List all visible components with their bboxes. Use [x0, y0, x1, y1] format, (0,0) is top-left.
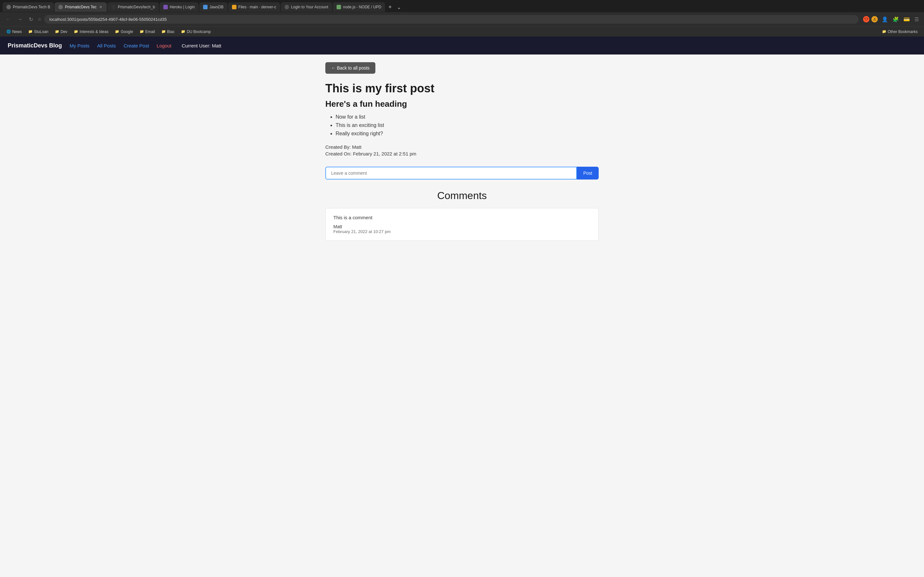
address-bar: ← → ↻ ☆ 🛡 ⚠ 👤 🧩 💳 ☰: [0, 12, 924, 26]
security-icons: 🛡 ⚠: [863, 16, 878, 23]
created-by: Created By: Matt: [325, 144, 599, 150]
profile-icon[interactable]: 👤: [880, 15, 889, 24]
back-nav-button[interactable]: ←: [4, 15, 13, 23]
news-globe-icon: 🌐: [6, 29, 11, 34]
tab-label-1: PrismaticDevs Tech B: [13, 5, 50, 9]
tab-label-files: Files · main · denver-c: [238, 5, 276, 9]
list-item-1: Now for a list: [336, 114, 599, 120]
post-title: This is my first post: [325, 81, 599, 95]
tab-favicon-node: [336, 5, 341, 9]
list-item-3: Really exciting right?: [336, 131, 599, 137]
toolbar-right: 👤 🧩 💳 ☰: [880, 15, 920, 24]
post-meta: Created By: Matt Created On: February 21…: [325, 144, 599, 156]
tab-prismaticdevs-1[interactable]: PrismaticDevs Tech B: [3, 2, 54, 12]
bookmark-biac-label: Biac: [167, 29, 174, 34]
tab-favicon-2: [58, 5, 63, 9]
du-folder-icon: 📁: [181, 29, 186, 34]
tab-favicon-1: [6, 5, 11, 9]
tab-github[interactable]: PrismaticDevs/tech_b: [107, 2, 159, 12]
reload-button[interactable]: ↻: [27, 15, 35, 24]
comment-input[interactable]: [325, 167, 577, 179]
bookmark-du-label: DU Bootcamp: [187, 29, 211, 34]
tab-heroku[interactable]: Heroku | Login: [160, 2, 199, 12]
new-tab-button[interactable]: +: [386, 4, 394, 11]
forward-nav-button[interactable]: →: [15, 15, 24, 23]
app: PrismaticDevs Blog My Posts All Posts Cr…: [0, 37, 924, 577]
bookmark-email[interactable]: 📁 Email: [137, 29, 158, 35]
google-folder-icon: 📁: [115, 29, 120, 34]
bookmark-dev[interactable]: 📁 Dev: [52, 29, 70, 35]
bookmarks-bar: 🌐 News 📁 StuLoan 📁 Dev 📁 Interests & Ide…: [0, 26, 924, 37]
tab-overflow-button[interactable]: ⌄: [395, 4, 403, 10]
nav-all-posts[interactable]: All Posts: [97, 42, 116, 50]
email-folder-icon: 📁: [140, 29, 144, 34]
post-heading: Here's a fun heading: [325, 99, 599, 109]
browser-chrome: PrismaticDevs Tech B PrismaticDevs Tec ✕…: [0, 0, 924, 37]
bookmark-other[interactable]: 📁 Other Bookmarks: [879, 29, 920, 35]
tab-favicon-jaws: [203, 5, 208, 9]
tab-node[interactable]: node.js - NODE / UPD: [333, 2, 385, 12]
stuloan-folder-icon: 📁: [28, 29, 33, 34]
app-logo[interactable]: PrismaticDevs Blog: [8, 42, 62, 49]
page-content: ← Back to all posts This is my first pos…: [318, 55, 606, 252]
other-folder-icon: 📁: [882, 29, 887, 34]
comment-author-1: Matt: [333, 224, 591, 229]
post-list: Now for a list This is an exciting list …: [336, 114, 599, 137]
comment-date-1: February 21, 2022 at 10:27 pm: [333, 229, 591, 234]
comment-form: Post: [325, 167, 599, 179]
tab-label-heroku: Heroku | Login: [170, 5, 195, 9]
back-to-all-posts-button[interactable]: ← Back to all posts: [325, 62, 375, 74]
bookmark-interests[interactable]: 📁 Interests & Ideas: [71, 29, 111, 35]
tab-favicon-github: [111, 5, 116, 9]
tab-close-2[interactable]: ✕: [99, 5, 103, 9]
menu-icon[interactable]: ☰: [913, 15, 920, 24]
tab-label-2: PrismaticDevs Tec: [65, 5, 96, 9]
bookmark-stuloan-label: StuLoan: [34, 29, 48, 34]
comments-title: Comments: [325, 190, 599, 201]
bookmark-email-label: Email: [145, 29, 155, 34]
tab-files[interactable]: Files · main · denver-c: [228, 2, 280, 12]
nav-my-posts[interactable]: My Posts: [69, 42, 89, 50]
tab-prismaticdevs-2[interactable]: PrismaticDevs Tec ✕: [55, 2, 107, 12]
bookmark-dev-label: Dev: [61, 29, 67, 34]
alert-icon: ⚠: [871, 16, 878, 23]
brave-shield-icon: 🛡: [863, 16, 869, 23]
interests-folder-icon: 📁: [74, 29, 78, 34]
bookmark-google-label: Google: [121, 29, 133, 34]
tab-jaws[interactable]: JawsDB: [199, 2, 228, 12]
dev-folder-icon: 📁: [55, 29, 59, 34]
created-on: Created On: February 21, 2022 at 2:51 pm: [325, 151, 599, 156]
bookmark-star-button[interactable]: ☆: [37, 17, 42, 22]
tab-favicon-heroku: [163, 5, 168, 9]
biac-folder-icon: 📁: [162, 29, 166, 34]
tab-favicon-login: [284, 5, 289, 9]
current-user-label: Current User: Matt: [182, 43, 221, 48]
nav-logout[interactable]: Logout: [157, 42, 171, 50]
address-input[interactable]: [44, 15, 859, 24]
tab-bar: PrismaticDevs Tech B PrismaticDevs Tec ✕…: [0, 0, 924, 12]
comment-card-1: This is a comment Matt February 21, 2022…: [325, 208, 599, 241]
bookmark-biac[interactable]: 📁 Biac: [159, 29, 177, 35]
bookmark-google[interactable]: 📁 Google: [112, 29, 136, 35]
nav-create-post[interactable]: Create Post: [124, 42, 149, 50]
other-bookmarks-label: Other Bookmarks: [888, 29, 918, 34]
wallet-icon[interactable]: 💳: [902, 15, 911, 24]
bookmark-du[interactable]: 📁 DU Bootcamp: [178, 29, 213, 35]
comment-text-1: This is a comment: [333, 215, 591, 220]
tab-label-jaws: JawsDB: [210, 5, 224, 9]
tab-label-github: PrismaticDevs/tech_b: [118, 5, 155, 9]
tab-label-node: node.js - NODE / UPD: [343, 5, 381, 9]
app-nav: PrismaticDevs Blog My Posts All Posts Cr…: [0, 37, 924, 55]
comment-submit-button[interactable]: Post: [577, 167, 599, 179]
tab-label-login: Login to Your Account: [291, 5, 328, 9]
bookmark-news-label: News: [12, 29, 22, 34]
extensions-icon[interactable]: 🧩: [891, 15, 900, 24]
list-item-2: This is an exciting list: [336, 122, 599, 128]
bookmark-interests-label: Interests & Ideas: [79, 29, 108, 34]
bookmark-news[interactable]: 🌐 News: [4, 29, 24, 35]
bookmark-stuloan[interactable]: 📁 StuLoan: [26, 29, 51, 35]
tab-login[interactable]: Login to Your Account: [281, 2, 332, 12]
tab-favicon-files: [232, 5, 236, 9]
